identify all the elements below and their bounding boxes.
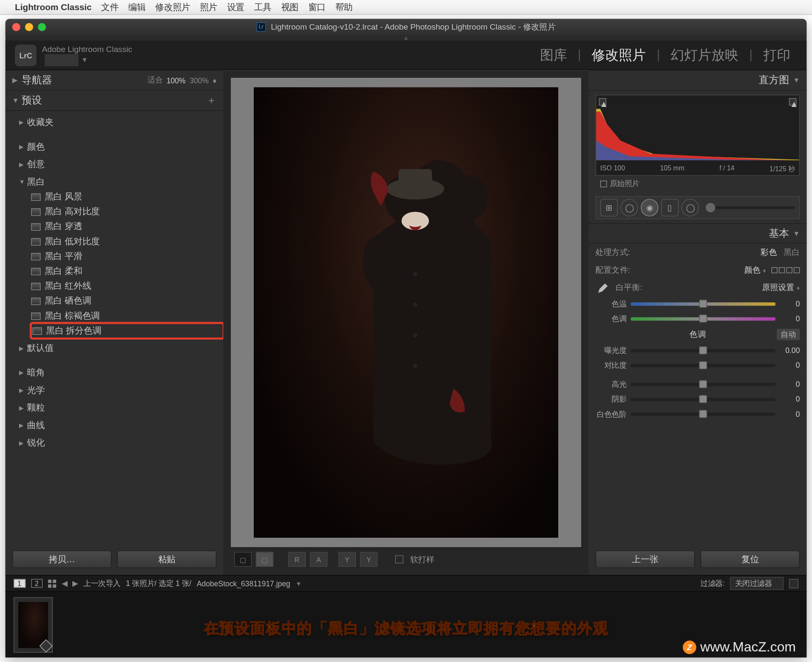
tint-value[interactable]: 0 <box>779 315 800 323</box>
preset-group-暗角[interactable]: ▶暗角 <box>19 365 223 380</box>
contrast-slider[interactable] <box>631 364 775 367</box>
screen-2-button[interactable]: 2 <box>31 579 43 588</box>
auto-tone-button[interactable]: 自动 <box>777 329 800 340</box>
zoom-fit[interactable]: 适合 <box>148 75 162 85</box>
loupe-view-button[interactable]: ▢ <box>234 552 252 567</box>
module-slideshow[interactable]: 幻灯片放映 <box>664 46 745 64</box>
zoom-menu-icon[interactable]: ♦ <box>213 76 217 84</box>
softproof-checkbox[interactable] <box>395 555 403 564</box>
menu-help[interactable]: 帮助 <box>335 1 353 13</box>
proof-a-button[interactable]: A <box>310 552 328 567</box>
menubar-app-name[interactable]: Lightroom Classic <box>15 2 91 12</box>
menu-view[interactable]: 视图 <box>281 1 299 13</box>
top-panel-toggle[interactable]: ▲ <box>5 35 807 41</box>
filter-lock-icon[interactable] <box>789 579 798 588</box>
redeye-tool-icon[interactable]: ◉ <box>641 199 658 216</box>
preset-item[interactable]: 黑白 平滑 <box>31 249 223 264</box>
preset-item[interactable]: 黑白 硒色调 <box>31 293 223 308</box>
crop-tool-icon[interactable]: ⊞ <box>600 199 618 216</box>
proof-y1-button[interactable]: Y <box>338 552 356 567</box>
nav-fwd-icon[interactable]: ▶ <box>72 579 78 588</box>
preset-item[interactable]: 黑白 高对比度 <box>31 204 223 219</box>
filmstrip[interactable]: 在预设面板中的「黑白」滤镜选项将立即拥有您想要的外观 Z www.MacZ.co… <box>5 591 807 657</box>
histogram[interactable]: ▲ ▲ ISO 100 105 mm f / 14 1/125 秒 原始照片 <box>595 95 800 176</box>
filename-label[interactable]: AdobeStock_63811917.jpeg <box>197 579 290 587</box>
proof-y2-button[interactable]: Y <box>360 552 378 567</box>
preset-item[interactable]: 黑白 柔和 <box>31 264 223 279</box>
original-checkbox[interactable] <box>600 180 607 187</box>
preset-group-默认值[interactable]: ▶默认值 <box>19 341 223 356</box>
navigator-header[interactable]: ▶ 导航器 适合 100% 300% ♦ <box>5 70 223 90</box>
menu-develop[interactable]: 修改照片 <box>155 1 190 13</box>
zoom-100[interactable]: 100% <box>167 76 186 84</box>
profile-browser-icon[interactable] <box>771 267 800 273</box>
menu-photo[interactable]: 照片 <box>200 1 218 13</box>
navigator-toggle-icon[interactable]: ▶ <box>12 77 22 84</box>
menu-settings[interactable]: 设置 <box>227 1 245 13</box>
tint-slider[interactable] <box>631 317 775 320</box>
identity-menu-icon[interactable]: ▼ <box>81 56 88 64</box>
window-maximize-button[interactable] <box>38 23 46 31</box>
exposure-slider[interactable] <box>631 349 775 352</box>
import-source[interactable]: 上一次导入 <box>83 578 121 588</box>
preset-item[interactable]: 黑白 穿透 <box>31 219 223 234</box>
preset-item[interactable]: 黑白 拆分色调 <box>31 323 223 338</box>
basic-header[interactable]: 基本▼ <box>589 223 807 243</box>
histogram-header[interactable]: 直方图▼ <box>589 70 807 90</box>
identity-plate[interactable] <box>45 54 79 66</box>
shadows-value[interactable]: 0 <box>779 395 800 403</box>
window-minimize-button[interactable] <box>25 23 33 31</box>
radial-tool-icon[interactable]: ◯ <box>681 199 699 216</box>
menu-window[interactable]: 窗口 <box>308 1 326 13</box>
exposure-value[interactable]: 0.00 <box>779 346 800 354</box>
zoom-300[interactable]: 300% <box>189 76 208 84</box>
whites-value[interactable]: 0 <box>779 410 800 418</box>
window-close-button[interactable] <box>12 23 20 31</box>
preset-group-收藏夹[interactable]: ▶收藏夹 <box>19 115 223 130</box>
module-develop[interactable]: 修改照片 <box>585 46 653 64</box>
paste-button[interactable]: 粘贴 <box>117 550 217 568</box>
presets-header[interactable]: ▼ 预设 ＋ <box>5 90 223 111</box>
highlight-clip-icon[interactable]: ▲ <box>789 98 797 106</box>
preset-group-曲线[interactable]: ▶曲线 <box>19 418 223 433</box>
menu-file[interactable]: 文件 <box>101 1 119 13</box>
wb-value[interactable]: 原照设置 ♦ <box>762 282 800 293</box>
treatment-color[interactable]: 彩色 <box>760 246 776 258</box>
presets-toggle-icon[interactable]: ▼ <box>12 97 22 104</box>
profile-value[interactable]: 颜色 ♦ <box>744 264 766 276</box>
treatment-bw[interactable]: 黑白 <box>784 246 800 258</box>
heal-tool-icon[interactable]: ◯ <box>620 199 638 216</box>
filter-select[interactable]: 关闭过滤器 <box>730 577 783 590</box>
temp-value[interactable]: 0 <box>779 300 800 308</box>
gradient-tool-icon[interactable]: ▯ <box>661 199 679 216</box>
grid-view-icon[interactable] <box>48 579 56 587</box>
menu-edit[interactable]: 编辑 <box>128 1 146 13</box>
preset-item[interactable]: 黑白 红外线 <box>31 279 223 293</box>
whites-slider[interactable] <box>631 412 775 416</box>
highlights-slider[interactable] <box>631 383 775 386</box>
nav-back-icon[interactable]: ◀ <box>62 579 67 588</box>
menu-tools[interactable]: 工具 <box>254 1 272 13</box>
screen-1-button[interactable]: 1 <box>14 579 25 588</box>
preset-group-创意[interactable]: ▶创意 <box>19 157 223 172</box>
preset-group-光学[interactable]: ▶光学 <box>19 383 223 398</box>
image-canvas[interactable] <box>230 77 582 548</box>
preset-group-黑白[interactable]: ▼黑白 <box>19 175 223 189</box>
module-library[interactable]: 图库 <box>533 46 574 64</box>
preset-group-锐化[interactable]: ▶锐化 <box>19 435 223 450</box>
add-preset-icon[interactable]: ＋ <box>206 94 217 107</box>
before-after-button[interactable]: ▢ <box>256 552 274 567</box>
module-print[interactable]: 打印 <box>757 46 797 64</box>
preset-item[interactable]: 黑白 风景 <box>31 189 223 204</box>
shadows-slider[interactable] <box>631 397 775 401</box>
filename-menu-icon[interactable]: ▼ <box>296 580 302 587</box>
previous-button[interactable]: 上一张 <box>595 550 695 568</box>
highlights-value[interactable]: 0 <box>779 380 800 388</box>
brush-size-slider[interactable] <box>706 206 795 209</box>
contrast-value[interactable]: 0 <box>779 361 800 369</box>
eyedropper-icon[interactable] <box>595 279 612 295</box>
preset-item[interactable]: 黑白 低对比度 <box>31 234 223 249</box>
preset-group-颜色[interactable]: ▶颜色 <box>19 140 223 154</box>
reset-button[interactable]: 复位 <box>700 550 800 568</box>
proof-r-button[interactable]: R <box>288 552 306 567</box>
